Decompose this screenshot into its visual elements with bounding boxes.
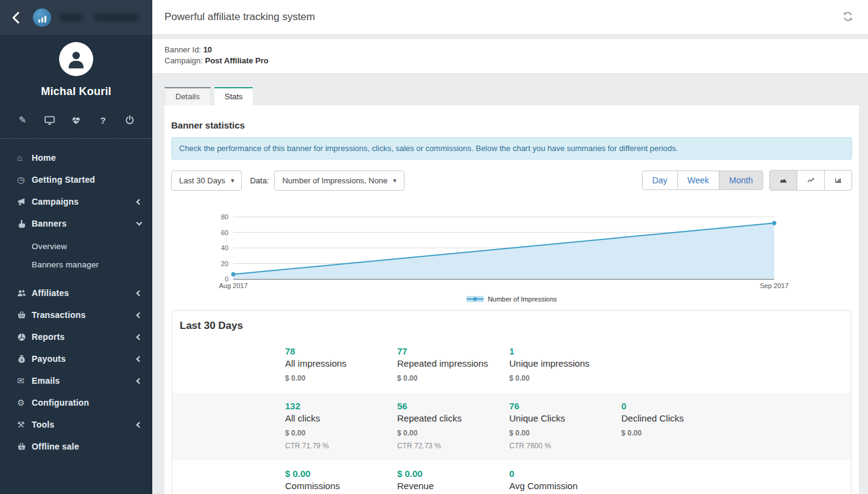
sidebar-top-bar — [0, 0, 152, 35]
impressions-row: 78 All impressions $ 0.00 77 Repeated im… — [172, 338, 851, 393]
top-bar: Powerful affiliate tracking system — [152, 0, 868, 35]
sidebar-item-banners[interactable]: Banners — [0, 213, 152, 235]
stopwatch-icon: ◷ — [17, 175, 32, 185]
day-button[interactable]: Day — [642, 171, 678, 190]
sidebar-item-emails[interactable]: ✉ Emails — [0, 370, 152, 392]
sidebar-item-label: Overview — [32, 242, 67, 251]
sidebar-item-label: Campaigns — [32, 197, 79, 206]
area-chart-icon — [780, 176, 787, 185]
sidebar-item-transactions[interactable]: Transactions — [0, 304, 152, 326]
stat-value: 76 — [509, 401, 613, 411]
chart-legend: Number of Impressions — [171, 295, 852, 303]
stat-ctr: CTR 72.73 % — [397, 442, 501, 450]
question-icon: ? — [100, 115, 105, 125]
user-profile: Michal Kouril ✎ ? — [0, 35, 152, 127]
stat-label: All clicks — [285, 413, 389, 423]
logout-button[interactable] — [123, 113, 136, 127]
svg-text:60: 60 — [221, 229, 228, 236]
sidebar-item-label: Banners manager — [32, 260, 99, 269]
sidebar-item-reports[interactable]: Reports — [0, 326, 152, 348]
chart-controls: Last 30 Days ▾ Data: Number of Impressio… — [171, 170, 852, 191]
content: Details Stats Banner statistics Check th… — [152, 74, 868, 494]
sidebar-item-label: Transactions — [32, 310, 86, 320]
sidebar-item-label: Tools — [32, 420, 54, 429]
tab-stats[interactable]: Stats — [214, 87, 253, 105]
line-chart-button[interactable] — [797, 170, 825, 191]
svg-text:80: 80 — [221, 213, 228, 221]
chevron-down-icon — [136, 220, 143, 226]
campaign-line: Campaign: Post Affiliate Pro — [164, 55, 856, 66]
campaign-value: Post Affiliate Pro — [205, 56, 269, 65]
screen-button[interactable] — [43, 113, 56, 127]
banner-id-line: Banner Id: 10 — [164, 44, 856, 55]
stat-label: Unique impressions — [509, 358, 613, 369]
summary-heading: Last 30 Days — [172, 311, 851, 338]
sidebar-item-label: Getting Started — [32, 175, 95, 185]
stat-value: 0 — [509, 468, 613, 479]
pencil-icon: ✎ — [19, 115, 27, 125]
svg-text:Sep 2017: Sep 2017 — [760, 282, 788, 289]
chevron-left-icon — [136, 378, 143, 384]
stat-label: All impressions — [285, 358, 389, 369]
stat-value: 77 — [397, 346, 501, 356]
user-name: Michal Kouril — [0, 85, 152, 98]
stat-cell: 132 All clicks $ 0.00 CTR 71.79 % — [285, 401, 397, 450]
stat-label: Unique Clicks — [509, 413, 613, 423]
sidebar-item-campaigns[interactable]: Campaigns — [0, 191, 152, 213]
status-button[interactable] — [69, 113, 83, 127]
sidebar-item-payouts[interactable]: $ Payouts — [0, 348, 152, 370]
sidebar-item-tools[interactable]: ⚒ Tools — [0, 414, 152, 436]
sidebar-item-label: Payouts — [32, 354, 66, 364]
sidebar-nav: ⌂ Home ◷ Getting Started Campaigns Banne… — [0, 139, 152, 457]
banner-id-value: 10 — [203, 45, 212, 54]
refresh-button[interactable] — [842, 11, 855, 23]
sidebar-item-configuration[interactable]: ⚙ Configuration — [0, 392, 152, 414]
app-logo-icon[interactable] — [33, 9, 51, 27]
area-chart-button[interactable] — [769, 170, 797, 191]
stat-value: 1 — [509, 346, 613, 356]
avatar[interactable] — [59, 42, 93, 76]
summary-panel: Last 30 Days 78 All impressions $ 0.00 7… — [172, 310, 852, 494]
chevron-left-icon — [136, 422, 143, 428]
month-button[interactable]: Month — [719, 171, 763, 190]
chart-type-group — [769, 170, 852, 191]
stat-value: $ 0.00 — [397, 468, 501, 479]
stat-money: $ 0.00 — [397, 429, 501, 437]
sidebar-item-label: Emails — [32, 376, 60, 386]
help-button[interactable]: ? — [96, 113, 110, 127]
page-title: Powerful affiliate tracking system — [164, 11, 315, 23]
sidebar-subitem-banners-manager[interactable]: Banners manager — [0, 255, 152, 273]
stat-label: Repeated clicks — [397, 413, 501, 423]
chevron-left-icon — [136, 199, 143, 205]
data-dropdown[interactable]: Number of Impressions, None ▾ — [274, 171, 404, 191]
back-button[interactable] — [9, 10, 24, 26]
week-button[interactable]: Week — [677, 171, 720, 190]
sidebar-item-offline-sale[interactable]: % Offline sale — [0, 436, 152, 457]
pie-chart-icon — [17, 333, 32, 342]
chevron-left-icon — [136, 356, 143, 362]
redacted-logo-text — [95, 13, 139, 21]
stat-cell: 78 All impressions $ 0.00 — [285, 346, 397, 383]
sidebar-item-home[interactable]: ⌂ Home — [0, 147, 152, 169]
stat-ctr: CTR 7600 % — [509, 442, 613, 450]
commissions-row: $ 0.00 Commissions $ 0.00 Revenue 0 Avg … — [172, 460, 851, 494]
tab-details[interactable]: Details — [164, 87, 211, 105]
stat-value: 0 — [621, 401, 725, 411]
period-dropdown[interactable]: Last 30 Days ▾ — [171, 171, 242, 191]
stat-value: 56 — [397, 401, 501, 411]
stat-label: Declined Clicks — [621, 413, 725, 423]
svg-text:40: 40 — [221, 244, 228, 252]
sidebar-item-affiliates[interactable]: Affiliates — [0, 282, 152, 304]
stat-money: $ 0.00 — [509, 374, 613, 383]
hand-pointer-icon — [17, 219, 32, 228]
bar-chart-button[interactable] — [824, 170, 852, 191]
tabs: Details Stats — [164, 87, 859, 105]
main-area: Powerful affiliate tracking system Banne… — [152, 0, 868, 494]
svg-text:20: 20 — [221, 260, 228, 267]
sidebar-subitem-overview[interactable]: Overview — [0, 237, 152, 255]
chevron-left-icon — [136, 290, 143, 296]
edit-profile-button[interactable]: ✎ — [16, 113, 29, 127]
stat-cell: 77 Repeated impressions $ 0.00 — [397, 346, 509, 383]
bar-chart-icon — [834, 176, 842, 185]
sidebar-item-getting-started[interactable]: ◷ Getting Started — [0, 169, 152, 191]
